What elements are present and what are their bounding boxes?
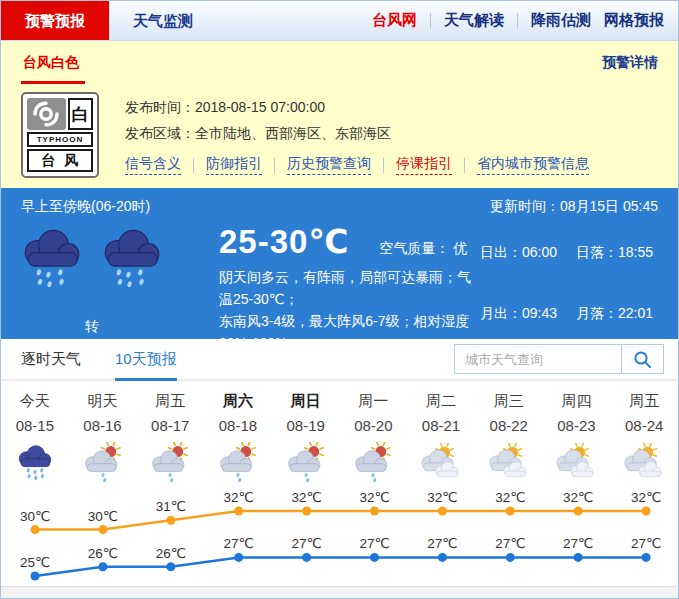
top-nav: 预警预报 天气监测 台风网 天气解读 降雨估测 网格预报 xyxy=(1,1,678,41)
forecast-day-date: 08-20 xyxy=(339,417,407,434)
warning-info: 发布时间：2018-08-15 07:00:00 发布区域：全市陆地、西部海区、… xyxy=(125,92,589,178)
warning-body: 白 TYPHOON 台风 发布时间：2018-08-15 07:00:00 发布… xyxy=(21,92,658,178)
sunrise-label: 日出： xyxy=(480,244,522,260)
forecast-day-date: 08-23 xyxy=(543,417,611,434)
svg-text:32℃: 32℃ xyxy=(631,490,661,505)
forecast-day-name: 周日 xyxy=(272,392,340,411)
link-defense-guide[interactable]: 防御指引 xyxy=(206,155,262,175)
search-button[interactable] xyxy=(622,344,664,374)
current-body: 转 25-30℃ 空气质量： 优 阴天间多云，有阵雨，局部可达暴雨；气温25-3… xyxy=(21,218,658,354)
nav-separator xyxy=(517,13,518,28)
badge-level-char: 白 xyxy=(68,98,93,130)
city-search xyxy=(454,344,664,374)
air-quality-value: 优 xyxy=(453,240,467,256)
moonrise-value: 09:43 xyxy=(522,305,557,321)
svg-text:32℃: 32℃ xyxy=(427,490,457,505)
link-separator xyxy=(274,158,275,173)
svg-text:26℃: 26℃ xyxy=(88,546,118,561)
forecast-icons-row xyxy=(1,439,678,485)
publish-time-line: 发布时间：2018-08-15 07:00:00 xyxy=(125,94,589,120)
warning-header: 台风白色 预警详情 xyxy=(21,41,658,84)
nav-link-typhoon-net[interactable]: 台风网 xyxy=(372,11,417,30)
forecast-day-names-row: 今天明天周五周六周日周一周二周三周四周五 xyxy=(1,381,678,411)
transition-label: 转 xyxy=(85,318,99,336)
city-search-input[interactable] xyxy=(454,344,622,374)
link-separator xyxy=(193,158,194,173)
svg-text:27℃: 27℃ xyxy=(292,536,322,551)
publish-area-line: 发布区域：全市陆地、西部海区、东部海区 xyxy=(125,120,589,146)
svg-text:30℃: 30℃ xyxy=(88,509,118,524)
partly-cloudy-icon xyxy=(610,442,678,482)
svg-text:25℃: 25℃ xyxy=(20,555,50,570)
forecast-day-name: 明天 xyxy=(69,392,137,411)
forecast-day-date: 08-15 xyxy=(1,417,69,434)
update-time-label: 更新时间： xyxy=(490,198,560,214)
sun-shower-icon xyxy=(69,442,137,482)
forecast-day-name: 周三 xyxy=(475,392,543,411)
svg-text:32℃: 32℃ xyxy=(224,490,254,505)
svg-text:32℃: 32℃ xyxy=(495,490,525,505)
forecast-day-date: 08-18 xyxy=(204,417,272,434)
typhoon-warning-badge: 白 TYPHOON 台风 xyxy=(21,92,99,178)
link-signal-meaning[interactable]: 信号含义 xyxy=(125,155,181,175)
svg-text:30℃: 30℃ xyxy=(20,509,50,524)
link-province-warnings[interactable]: 省内城市预警信息 xyxy=(477,155,589,175)
nav-tabs: 预警预报 天气监测 xyxy=(1,1,217,40)
forecast-day-date: 08-24 xyxy=(610,417,678,434)
nav-link-rain-estimate[interactable]: 降雨估测 xyxy=(531,11,591,30)
rain-icon xyxy=(101,228,163,292)
forecast-dates-row: 08-1508-1608-1708-1808-1908-2008-2108-22… xyxy=(1,411,678,439)
nav-tab-weather-monitor[interactable]: 天气监测 xyxy=(109,1,217,40)
partly-cloudy-icon xyxy=(475,442,543,482)
link-separator xyxy=(464,158,465,173)
sunset: 日落：18:55 xyxy=(576,244,658,294)
forecast-day-name: 周一 xyxy=(339,392,407,411)
nav-link-grid-forecast[interactable]: 网格预报 xyxy=(604,11,664,30)
nav-separator xyxy=(430,13,431,28)
forecast-day-date: 08-16 xyxy=(69,417,137,434)
sun-shower-icon xyxy=(339,442,407,482)
forecast-day-name: 周四 xyxy=(543,392,611,411)
badge-taifeng-label: 台风 xyxy=(27,149,93,172)
partly-cloudy-icon xyxy=(407,442,475,482)
temperature-trend-chart: 30℃30℃31℃32℃32℃32℃32℃32℃32℃32℃25℃26℃26℃2… xyxy=(1,485,678,588)
svg-text:27℃: 27℃ xyxy=(631,536,661,551)
badge-top-row: 白 xyxy=(27,98,93,130)
badge-typhoon-label: TYPHOON xyxy=(27,132,93,147)
link-warning-history[interactable]: 历史预警查询 xyxy=(287,155,371,175)
publish-time-label: 发布时间： xyxy=(125,99,195,115)
temperature-row: 25-30℃ 空气质量： 优 xyxy=(219,222,480,261)
svg-text:32℃: 32℃ xyxy=(359,490,389,505)
nav-tab-warning-forecast[interactable]: 预警预报 xyxy=(1,1,109,40)
typhoon-swirl-icon xyxy=(27,98,66,130)
nav-link-weather-explain[interactable]: 天气解读 xyxy=(444,11,504,30)
svg-text:32℃: 32℃ xyxy=(292,490,322,505)
svg-text:27℃: 27℃ xyxy=(495,536,525,551)
forecast-day-date: 08-21 xyxy=(407,417,475,434)
nav-links: 台风网 天气解读 降雨估测 网格预报 xyxy=(372,1,678,40)
temperature-range: 25-30℃ xyxy=(219,222,349,261)
air-quality: 空气质量： 优 xyxy=(379,240,467,258)
current-details: 25-30℃ 空气质量： 优 阴天间多云，有阵雨，局部可达暴雨；气温25-30℃… xyxy=(219,218,480,354)
link-separator xyxy=(383,158,384,173)
footer-strip xyxy=(1,586,678,598)
update-time-value: 08月15日 05:45 xyxy=(560,198,658,214)
warning-title: 台风白色 xyxy=(21,54,85,84)
forecast-tabs: 逐时天气 10天预报 xyxy=(1,339,678,381)
link-class-suspension[interactable]: 停课指引 xyxy=(396,155,452,175)
sunrise-value: 06:00 xyxy=(522,244,557,260)
partly-cloudy-icon xyxy=(543,442,611,482)
tab-10day-forecast[interactable]: 10天预报 xyxy=(115,339,177,381)
rain-icon xyxy=(21,228,83,292)
description-line-1: 阴天间多云，有阵雨，局部可达暴雨；气温25-30℃； xyxy=(219,266,480,310)
sun-shower-icon xyxy=(204,442,272,482)
tab-hourly-weather[interactable]: 逐时天气 xyxy=(21,339,81,379)
forecast-day-date: 08-17 xyxy=(136,417,204,434)
svg-text:27℃: 27℃ xyxy=(563,536,593,551)
warning-detail-link[interactable]: 预警详情 xyxy=(602,54,658,72)
svg-text:26℃: 26℃ xyxy=(156,546,186,561)
sunset-value: 18:55 xyxy=(618,244,653,260)
air-quality-label: 空气质量： xyxy=(379,240,449,256)
sun-shower-icon xyxy=(136,442,204,482)
sunrise: 日出：06:00 xyxy=(480,244,562,294)
